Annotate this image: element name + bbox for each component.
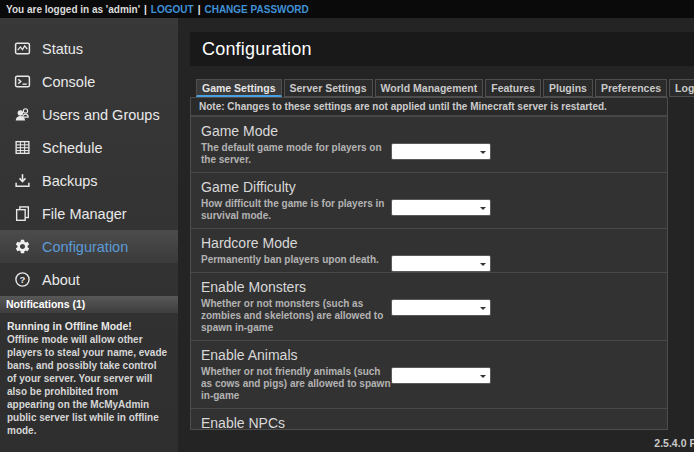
question-icon: ? — [14, 271, 31, 288]
sidebar-item-about[interactable]: ? About — [0, 263, 178, 296]
sidebar-nav: Status Console Users and Groups — [0, 18, 178, 296]
config-tabs: Game Settings Server Settings World Mana… — [196, 79, 694, 97]
tab-preferences[interactable]: Preferences — [595, 79, 667, 97]
setting-title: Game Mode — [201, 123, 657, 139]
notification-item: Running in Offline Mode! Offline mode wi… — [0, 313, 178, 437]
game-mode-select[interactable] — [391, 143, 491, 160]
notification-text: Offline mode will allow other players to… — [7, 333, 168, 437]
setting-row-enable-monsters: Enable Monsters Whether or not monsters … — [191, 272, 667, 340]
schedule-icon — [14, 139, 31, 156]
tab-features[interactable]: Features — [485, 79, 541, 97]
settings-panel: Note: Changes to these settings are not … — [190, 97, 668, 430]
status-icon — [14, 40, 31, 57]
tab-game-settings[interactable]: Game Settings — [196, 79, 282, 97]
game-difficulty-select[interactable] — [391, 199, 491, 216]
mcmyadmin-window: You are logged in as 'admin' | LOGOUT | … — [0, 0, 694, 452]
separator: | — [198, 4, 201, 15]
notification-title: Running in Offline Mode! — [7, 320, 168, 333]
sidebar-item-label: Schedule — [42, 140, 102, 156]
setting-description: The default game mode for players on the… — [201, 142, 391, 166]
separator: | — [144, 4, 147, 15]
sidebar-item-label: File Manager — [42, 206, 127, 222]
tab-plugins[interactable]: Plugins — [543, 79, 593, 97]
sidebar-item-schedule[interactable]: Schedule — [0, 131, 178, 164]
main-content: Configuration Game Settings Server Setti… — [178, 18, 694, 452]
setting-description: How difficult the game is for players in… — [201, 198, 391, 222]
page-header: Configuration — [190, 32, 694, 66]
version-label: 2.5.4.0 Personal — [654, 437, 694, 449]
sidebar-item-label: Status — [42, 41, 83, 57]
logged-in-text: You are logged in as 'admin' — [6, 4, 140, 15]
setting-row-enable-npcs: Enable NPCs Whether or not friendly mobs… — [191, 408, 667, 430]
tab-world-management[interactable]: World Management — [375, 79, 484, 97]
sidebar-item-label: Users and Groups — [42, 107, 160, 123]
sidebar-item-file-manager[interactable]: File Manager — [0, 197, 178, 230]
sidebar-item-label: Backups — [42, 173, 98, 189]
setting-row-enable-animals: Enable Animals Whether or not friendly a… — [191, 340, 667, 408]
setting-row-game-difficulty: Game Difficulty How difficult the game i… — [191, 172, 667, 228]
sidebar-item-label: About — [42, 272, 80, 288]
enable-animals-select[interactable] — [391, 367, 491, 384]
setting-title: Enable Monsters — [201, 279, 657, 295]
notifications-header: Notifications (1) — [0, 296, 178, 313]
setting-description: Permanently ban players upon death. — [201, 254, 391, 266]
setting-title: Enable Animals — [201, 347, 657, 363]
file-manager-icon — [14, 205, 31, 222]
svg-text:?: ? — [20, 274, 26, 285]
console-icon — [14, 73, 31, 90]
setting-row-game-mode: Game Mode The default game mode for play… — [191, 116, 667, 172]
sidebar-item-label: Configuration — [42, 239, 128, 255]
gear-icon — [14, 238, 31, 255]
topbar: You are logged in as 'admin' | LOGOUT | … — [0, 0, 694, 18]
sidebar-item-configuration[interactable]: Configuration — [0, 230, 178, 263]
notifications-panel: Notifications (1) Running in Offline Mod… — [0, 296, 178, 437]
setting-title: Enable NPCs — [201, 415, 657, 430]
sidebar-item-users-and-groups[interactable]: Users and Groups — [0, 98, 178, 131]
setting-title: Game Difficulty — [201, 179, 657, 195]
sidebar-item-label: Console — [42, 74, 95, 90]
sidebar-item-backups[interactable]: Backups — [0, 164, 178, 197]
backups-icon — [14, 172, 31, 189]
setting-row-hardcore-mode: Hardcore Mode Permanently ban players up… — [191, 228, 667, 272]
change-password-link[interactable]: CHANGE PASSWORD — [204, 4, 308, 15]
enable-monsters-select[interactable] — [391, 299, 491, 316]
setting-description: Whether or not monsters (such as zombies… — [201, 298, 391, 334]
tab-server-settings[interactable]: Server Settings — [284, 79, 373, 97]
sidebar: Status Console Users and Groups — [0, 18, 178, 452]
sidebar-item-status[interactable]: Status — [0, 32, 178, 65]
sidebar-item-console[interactable]: Console — [0, 65, 178, 98]
restart-note: Note: Changes to these settings are not … — [191, 98, 667, 116]
tab-login-users[interactable]: Login Users — [669, 79, 694, 97]
hardcore-mode-select[interactable] — [391, 255, 491, 272]
page-title: Configuration — [202, 39, 312, 60]
users-icon — [14, 106, 31, 123]
logout-link[interactable]: LOGOUT — [151, 4, 194, 15]
setting-description: Whether or not friendly animals (such as… — [201, 366, 391, 402]
setting-title: Hardcore Mode — [201, 235, 657, 251]
